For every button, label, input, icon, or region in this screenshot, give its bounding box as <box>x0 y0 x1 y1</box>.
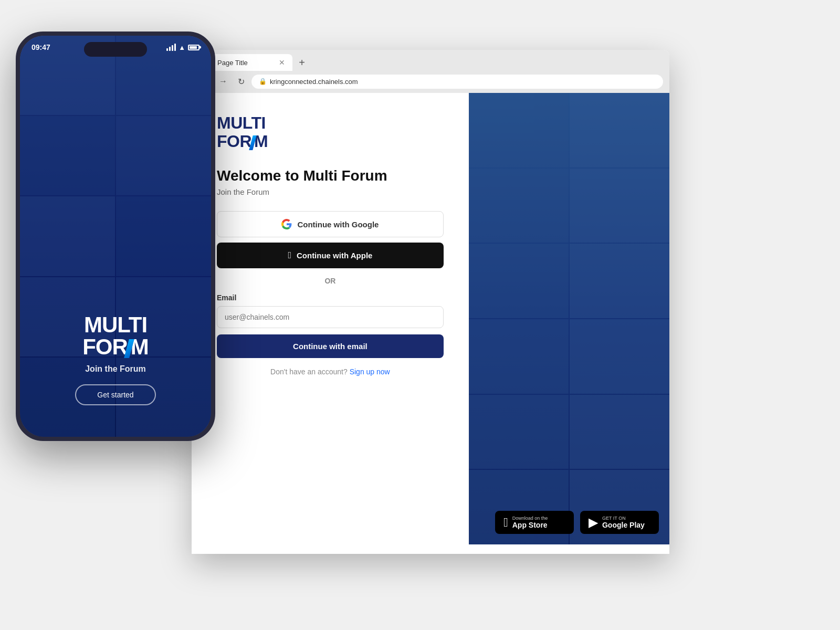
address-bar-row: ← → ↻ 🔒 kringconnected.chainels.com <box>192 71 669 93</box>
signup-text: Don't have an account? Sign up now <box>217 368 444 376</box>
browser-window: 📄 Page Title ✕ + ← → ↻ 🔒 kringconnected.… <box>192 50 669 554</box>
welcome-subtitle: Join the Forum <box>217 187 444 196</box>
apple-store-badge[interactable]:  Download on the App Store <box>495 511 574 534</box>
phone-time: 09:47 <box>32 43 50 51</box>
url-text: kringconnected.chainels.com <box>270 78 358 86</box>
reload-button[interactable]: ↻ <box>234 74 248 89</box>
app-badges-container:  Download on the App Store ▶ GET IT ON … <box>495 511 659 534</box>
email-input[interactable] <box>217 306 444 328</box>
phone-mockup: 09:47 ▲ MULTI FORM Jo <box>16 32 215 441</box>
google-signin-button[interactable]: Continue with Google <box>217 211 444 237</box>
apple-signin-button[interactable]:  Continue with Apple <box>217 243 444 268</box>
logo-text: MULTI FORM <box>217 114 444 151</box>
login-panel: MULTI FORM Welcome to Multi Forum Join t… <box>192 93 469 544</box>
apple-store-text: Download on the App Store <box>512 516 548 529</box>
browser-tab-bar: 📄 Page Title ✕ + <box>192 50 669 71</box>
apple-icon:  <box>288 250 291 261</box>
email-label: Email <box>217 293 444 302</box>
browser-content: MULTI FORM Welcome to Multi Forum Join t… <box>192 93 669 544</box>
google-btn-label: Continue with Google <box>297 220 379 229</box>
battery-icon <box>188 45 200 50</box>
apple-btn-label: Continue with Apple <box>297 251 372 260</box>
signal-icon <box>166 44 176 51</box>
google-play-badge[interactable]: ▶ GET IT ON Google Play <box>580 511 659 534</box>
signup-link[interactable]: Sign up now <box>350 368 390 376</box>
apple-store-icon:  <box>503 515 508 530</box>
continue-email-button[interactable]: Continue with email <box>217 334 444 358</box>
google-icon <box>281 219 292 229</box>
tab-close-icon[interactable]: ✕ <box>279 58 285 67</box>
phone-tagline: Join the Forum <box>20 364 211 374</box>
phone-get-started-button[interactable]: Get started <box>75 384 155 405</box>
phone-logo-line2: FORM <box>20 336 211 358</box>
phone-screen: 09:47 ▲ MULTI FORM Jo <box>20 36 211 437</box>
new-tab-button[interactable]: + <box>295 55 309 70</box>
logo-line2: FORM <box>217 132 444 151</box>
or-divider: OR <box>217 277 444 285</box>
secure-lock-icon: 🔒 <box>259 78 267 85</box>
google-play-text: GET IT ON Google Play <box>602 516 645 529</box>
phone-content: MULTI FORM Join the Forum Get started <box>20 314 211 405</box>
hero-image-panel:  Download on the App Store ▶ GET IT ON … <box>469 93 669 544</box>
wifi-icon: ▲ <box>178 44 185 51</box>
phone-icons: ▲ <box>166 44 200 51</box>
google-play-icon: ▶ <box>589 515 598 530</box>
hero-overlay <box>469 93 669 544</box>
phone-status-bar: 09:47 ▲ <box>20 43 211 51</box>
welcome-title: Welcome to Multi Forum <box>217 167 444 184</box>
address-bar[interactable]: 🔒 kringconnected.chainels.com <box>251 75 663 89</box>
tab-title: Page Title <box>217 59 275 67</box>
site-logo: MULTI FORM <box>217 114 444 151</box>
forward-button[interactable]: → <box>216 74 230 89</box>
phone-logo-line1: MULTI <box>20 314 211 336</box>
logo-line1: MULTI <box>217 114 444 132</box>
phone-logo: MULTI FORM <box>20 314 211 358</box>
